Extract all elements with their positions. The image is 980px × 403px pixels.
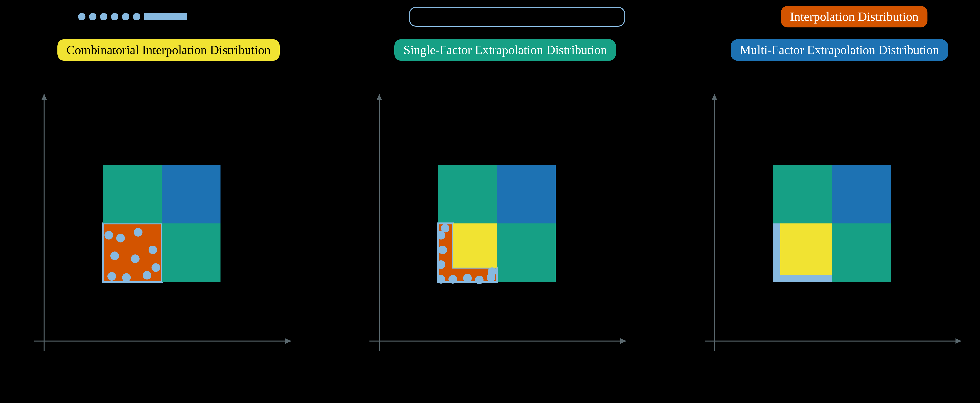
region-combinatorial-interp	[453, 223, 497, 268]
panels-container	[0, 82, 980, 376]
legend-training-bar	[144, 13, 188, 21]
panel-b	[356, 82, 650, 376]
dot-icon	[111, 13, 118, 21]
dot-icon	[89, 13, 96, 21]
svg-marker-1	[285, 338, 291, 344]
svg-marker-7	[377, 94, 382, 100]
scatter-point	[116, 234, 125, 242]
legend-empty-pill	[409, 7, 625, 27]
scatter-point	[131, 255, 140, 263]
legend-multi-factor: Multi-Factor Extrapolation Distribution	[731, 39, 948, 61]
svg-marker-9	[956, 338, 961, 344]
legend-row-2: Combinatorial Interpolation Distribution…	[0, 39, 980, 61]
dot-icon	[78, 13, 86, 21]
legend-training-dots	[78, 13, 140, 21]
scatter-point	[110, 252, 119, 260]
legend-single-factor: Single-Factor Extrapolation Distribution	[395, 39, 616, 61]
scatter-point	[149, 245, 157, 254]
region-multi-factor-extrap	[832, 165, 891, 223]
scatter-point	[122, 273, 131, 282]
scatter-point	[143, 271, 151, 280]
scatter-point	[437, 275, 445, 284]
panel-c	[691, 82, 980, 376]
region-single-factor-extrap-top	[773, 165, 832, 223]
legend-combinatorial: Combinatorial Interpolation Distribution	[57, 39, 280, 61]
region-multi-factor-extrap	[497, 165, 556, 223]
region-combinatorial-interp	[780, 223, 832, 275]
legend-interpolation: Interpolation Distribution	[781, 6, 928, 27]
region-single-factor-extrap-right	[497, 223, 556, 282]
region-single-factor-extrap-top	[103, 165, 162, 223]
scatter-point	[463, 274, 472, 282]
region-single-factor-extrap-right	[162, 223, 221, 282]
legend-row-1: Training Set Interpolation Distribution	[0, 6, 980, 27]
region-multi-factor-extrap	[162, 165, 221, 223]
scatter-point	[475, 276, 484, 284]
scatter-point	[105, 231, 113, 239]
scatter-point	[151, 263, 160, 272]
dot-icon	[100, 13, 107, 21]
scatter-point	[441, 224, 449, 233]
dot-icon	[133, 13, 140, 21]
legend-training-set: Training Set	[78, 10, 253, 24]
scatter-point	[437, 260, 445, 269]
scatter-point	[107, 272, 116, 281]
region-single-factor-extrap-right	[832, 223, 891, 282]
svg-marker-3	[41, 94, 47, 100]
dot-icon	[122, 13, 129, 21]
region-single-factor-extrap-top	[438, 165, 497, 223]
panel-a	[21, 82, 315, 376]
scatter-point	[449, 275, 457, 284]
scatter-point	[439, 245, 447, 254]
legend-training-label: Training Set	[191, 10, 253, 24]
svg-marker-11	[712, 94, 717, 100]
svg-marker-5	[620, 338, 626, 344]
scatter-point	[488, 268, 496, 276]
scatter-point	[134, 228, 143, 237]
